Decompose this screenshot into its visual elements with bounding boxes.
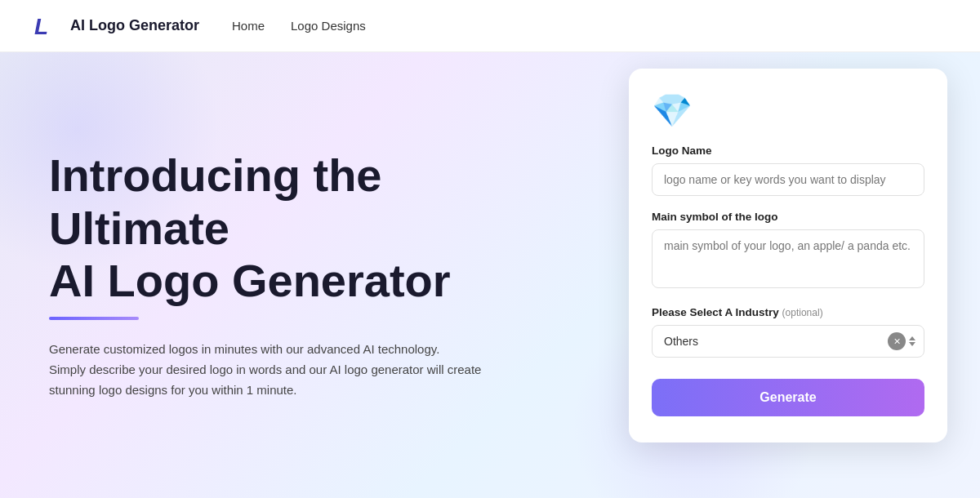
heading-line1: Introducing the (49, 149, 382, 201)
navbar: L AI Logo Generator Home Logo Designs (0, 0, 980, 52)
form-card: 💎 Logo Name Main symbol of the logo Plea… (629, 69, 947, 442)
industry-clear-button[interactable]: ✕ (888, 332, 906, 350)
arrow-down-icon (909, 342, 915, 346)
logo-name-group: Logo Name (652, 145, 924, 196)
arrow-up-icon (909, 336, 915, 340)
logo-name-label: Logo Name (652, 145, 924, 157)
svg-text:L: L (34, 14, 48, 39)
nav-links: Home Logo Designs (232, 19, 366, 33)
industry-select[interactable]: Others ✕ (652, 325, 924, 358)
generate-button[interactable]: Generate (652, 379, 924, 416)
heading-line3: AI Logo Generator (49, 255, 451, 306)
industry-group: Please Select A Industry (optional) Othe… (652, 306, 924, 358)
form-icon: 💎 (652, 91, 924, 130)
logo-title: AI Logo Generator (70, 17, 199, 34)
industry-label: Please Select A Industry (optional) (652, 306, 924, 318)
symbol-textarea[interactable] (652, 229, 924, 288)
logo-name-input[interactable] (652, 163, 924, 196)
industry-select-value: Others (653, 326, 888, 357)
hero-section: Introducing the Ultimate AI Logo Generat… (0, 52, 980, 498)
nav-link-logo-designs[interactable]: Logo Designs (291, 19, 366, 33)
hero-left: Introducing the Ultimate AI Logo Generat… (49, 149, 604, 400)
hero-description: Generate customized logos in minutes wit… (49, 340, 555, 400)
logo-icon: L (33, 11, 62, 41)
symbol-label: Main symbol of the logo (652, 211, 924, 223)
heading-underline (49, 317, 139, 320)
nav-link-home[interactable]: Home (232, 19, 265, 33)
logo-area: L AI Logo Generator (33, 11, 199, 41)
industry-optional: (optional) (782, 307, 823, 318)
industry-arrows[interactable] (909, 336, 915, 346)
heading-line2: Ultimate (49, 202, 229, 254)
symbol-group: Main symbol of the logo (652, 211, 924, 291)
hero-heading: Introducing the Ultimate AI Logo Generat… (49, 149, 604, 307)
